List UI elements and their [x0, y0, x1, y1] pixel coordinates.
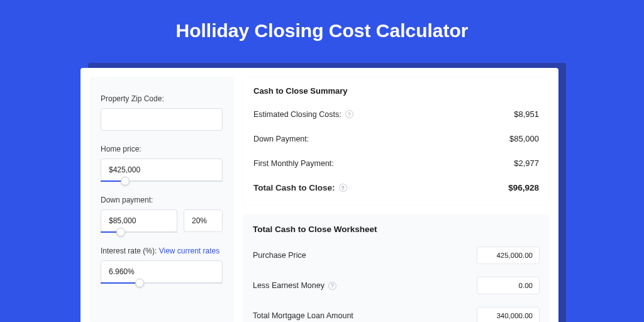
summary-row-label: Estimated Closing Costs: — [253, 110, 341, 119]
interest-slider[interactable] — [101, 282, 223, 284]
page-title: Holliday Closing Cost Calculator — [0, 0, 644, 57]
down-payment-label: Down payment: — [101, 196, 223, 204]
summary-row: First Monthly Payment: $2,977 — [253, 151, 539, 175]
home-price-label: Home price: — [101, 145, 223, 153]
inputs-panel: Property Zip Code: Home price: Down paym… — [89, 77, 234, 322]
zip-field-group: Property Zip Code: — [101, 94, 223, 131]
help-icon[interactable]: ? — [345, 110, 353, 118]
summary-total-row: Total Cash to Close: ? $96,928 — [253, 175, 539, 200]
interest-input[interactable] — [101, 260, 223, 283]
summary-row-label: Down Payment: — [253, 135, 309, 143]
earnest-money-input[interactable] — [477, 277, 540, 294]
worksheet-header: Total Cash to Close Worksheet — [253, 217, 540, 240]
home-price-slider[interactable] — [101, 180, 223, 182]
down-payment-input[interactable] — [101, 209, 177, 232]
down-payment-slider-thumb[interactable] — [116, 228, 125, 236]
worksheet-row: Less Earnest Money ? — [253, 270, 540, 301]
worksheet-box: Total Cash to Close Worksheet Purchase P… — [243, 214, 550, 322]
summary-total-label: Total Cash to Close: — [253, 183, 335, 192]
results-panel: Cash to Close Summary Estimated Closing … — [243, 77, 550, 322]
interest-slider-thumb[interactable] — [135, 279, 144, 287]
worksheet-row-label: Less Earnest Money — [253, 281, 325, 290]
home-price-input[interactable] — [101, 158, 223, 181]
summary-total-value: $96,928 — [508, 183, 539, 192]
worksheet-row: Purchase Price — [253, 240, 540, 270]
worksheet-row-label: Total Mortgage Loan Amount — [253, 311, 353, 320]
mortgage-amount-input[interactable] — [477, 307, 540, 322]
worksheet-row: Total Mortgage Loan Amount — [253, 301, 540, 322]
summary-row-label: First Monthly Payment: — [253, 159, 334, 168]
interest-field-group: Interest rate (%): View current rates — [101, 247, 223, 284]
down-payment-pct-input[interactable] — [184, 209, 223, 232]
summary-row-value: $2,977 — [514, 158, 539, 168]
home-price-slider-thumb[interactable] — [121, 177, 130, 186]
summary-box: Cash to Close Summary Estimated Closing … — [243, 77, 550, 206]
purchase-price-input[interactable] — [477, 247, 540, 264]
summary-header: Cash to Close Summary — [253, 80, 539, 102]
worksheet-row-label: Purchase Price — [253, 251, 306, 260]
help-icon[interactable]: ? — [339, 184, 347, 192]
zip-input[interactable] — [101, 108, 223, 131]
home-price-field-group: Home price: — [101, 145, 223, 182]
summary-row-value: $8,951 — [514, 109, 539, 119]
calculator-card: Property Zip Code: Home price: Down paym… — [80, 68, 558, 322]
summary-row-value: $85,000 — [509, 134, 539, 143]
interest-label-row: Interest rate (%): View current rates — [101, 247, 223, 255]
help-icon[interactable]: ? — [328, 282, 336, 290]
down-payment-slider[interactable] — [101, 231, 177, 233]
zip-label: Property Zip Code: — [101, 94, 223, 103]
view-rates-link[interactable]: View current rates — [159, 247, 220, 255]
summary-row: Estimated Closing Costs: ? $8,951 — [253, 102, 539, 126]
summary-row: Down Payment: $85,000 — [253, 126, 539, 151]
down-payment-field-group: Down payment: — [101, 196, 223, 233]
interest-label: Interest rate (%): — [101, 247, 157, 255]
